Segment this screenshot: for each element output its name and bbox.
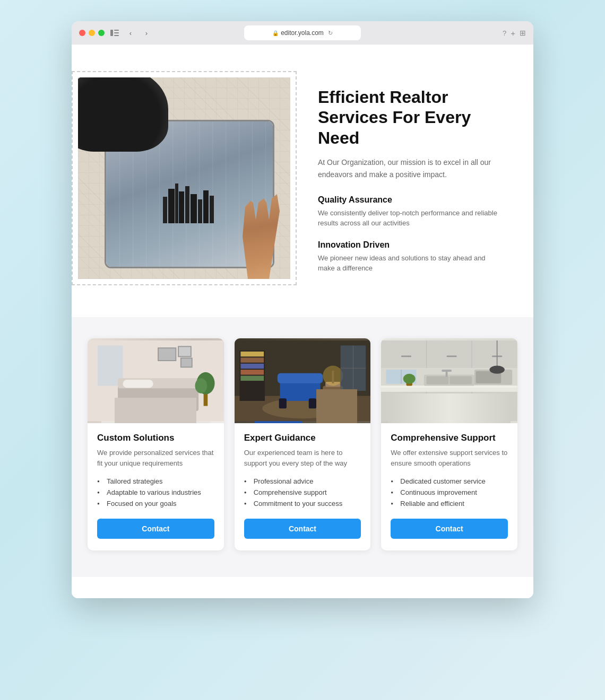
close-button[interactable] <box>79 30 85 36</box>
svg-rect-8 <box>185 186 189 223</box>
hero-subtitle: At Our Organization, our mission is to e… <box>318 156 498 180</box>
list-item: Continuous improvement <box>391 487 508 498</box>
browser-toolbar: ‹ › 🔒 editor.yola.com ↻ ? + ⊞ <box>72 21 533 45</box>
hero-image <box>78 77 290 279</box>
card-body-comprehensive-support: Comprehensive Support We offer extensive… <box>381 423 517 550</box>
forward-button[interactable]: › <box>141 27 152 39</box>
list-item: Tailored strategies <box>97 476 214 487</box>
bottom-spacer <box>72 577 533 598</box>
feature-innovation-desc: We pioneer new ideas and solutions to st… <box>318 253 498 274</box>
svg-rect-4 <box>163 197 167 223</box>
card-body-expert-guidance: Expert Guidance Our experienced team is … <box>235 423 371 550</box>
feature-quality-title: Quality Assurance <box>318 195 507 205</box>
svg-rect-34 <box>277 373 323 383</box>
contact-button-custom-solutions[interactable]: Contact <box>97 519 214 539</box>
svg-rect-21 <box>158 348 176 361</box>
list-item: Focused on your goals <box>97 498 214 509</box>
page-content: Efficient Realtor Services For Every Nee… <box>72 45 533 598</box>
card-list-comprehensive-support: Dedicated customer service Continuous im… <box>391 476 508 509</box>
back-button[interactable]: ‹ <box>125 27 136 39</box>
svg-rect-36 <box>308 398 316 408</box>
feature-quality-desc: We consistently deliver top-notch perfor… <box>318 208 498 229</box>
svg-rect-57 <box>401 405 411 407</box>
svg-rect-17 <box>123 380 153 388</box>
address-bar[interactable]: 🔒 editor.yola.com ↻ <box>244 25 361 40</box>
list-item: Adaptable to various industries <box>97 487 214 498</box>
contact-button-comprehensive-support[interactable]: Contact <box>391 519 508 539</box>
list-item: Comprehensive support <box>244 487 361 498</box>
svg-rect-35 <box>279 398 286 408</box>
card-list-custom-solutions: Tailored strategies Adaptable to various… <box>97 476 214 509</box>
svg-rect-3 <box>114 35 119 36</box>
svg-rect-58 <box>447 405 457 407</box>
add-tab-icon[interactable]: + <box>511 29 515 38</box>
svg-rect-9 <box>191 194 197 223</box>
toolbar-right: ? + ⊞ <box>503 29 526 38</box>
traffic-lights <box>79 30 105 36</box>
svg-rect-62 <box>450 376 472 384</box>
svg-rect-40 <box>332 371 334 383</box>
svg-rect-7 <box>179 191 184 223</box>
minimize-button[interactable] <box>89 30 95 36</box>
sidebar-toggle-button[interactable] <box>109 27 120 39</box>
browser-window: ‹ › 🔒 editor.yola.com ↻ ? + ⊞ <box>72 21 533 598</box>
maximize-button[interactable] <box>98 30 105 36</box>
svg-rect-61 <box>427 376 449 384</box>
card-title-expert-guidance: Expert Guidance <box>244 433 361 443</box>
svg-rect-2 <box>114 32 119 33</box>
svg-rect-53 <box>381 386 517 388</box>
cards-grid: Custom Solutions We provide personalized… <box>88 338 517 550</box>
svg-rect-30 <box>240 364 264 369</box>
svg-point-26 <box>262 398 343 418</box>
card-image-living <box>235 338 371 423</box>
card-title-comprehensive-support: Comprehensive Support <box>391 433 508 443</box>
svg-rect-37 <box>323 386 343 401</box>
svg-rect-64 <box>442 370 452 372</box>
svg-point-20 <box>195 378 207 393</box>
svg-rect-10 <box>198 199 202 223</box>
feature-quality-assurance: Quality Assurance We consistently delive… <box>318 195 507 229</box>
svg-rect-22 <box>178 346 191 356</box>
card-comprehensive-support: Comprehensive Support We offer extensive… <box>381 338 517 550</box>
card-list-expert-guidance: Professional advice Comprehensive suppor… <box>244 476 361 509</box>
hero-text: Efficient Realtor Services For Every Nee… <box>318 71 507 285</box>
list-item: Reliable and efficient <box>391 498 508 509</box>
svg-rect-59 <box>492 405 502 407</box>
svg-rect-11 <box>203 190 209 223</box>
list-item: Professional advice <box>244 476 361 487</box>
refresh-icon[interactable]: ↻ <box>328 30 333 37</box>
card-image-kitchen <box>381 338 517 423</box>
hero-section: Efficient Realtor Services For Every Nee… <box>72 45 533 317</box>
svg-rect-31 <box>240 370 264 375</box>
svg-rect-28 <box>240 352 264 357</box>
svg-rect-29 <box>240 357 264 363</box>
help-icon[interactable]: ? <box>503 29 506 37</box>
city-skyline <box>158 181 221 223</box>
card-desc-custom-solutions: We provide personalized services that fi… <box>97 448 214 468</box>
svg-rect-54 <box>381 392 517 421</box>
svg-rect-5 <box>168 189 175 223</box>
card-desc-expert-guidance: Our experienced team is here to support … <box>244 448 361 468</box>
feature-innovation-driven: Innovation Driven We pioneer new ideas a… <box>318 240 507 274</box>
extensions-icon[interactable]: ⊞ <box>520 29 526 37</box>
svg-rect-12 <box>210 196 214 223</box>
contact-button-expert-guidance[interactable]: Contact <box>244 519 361 539</box>
hero-title: Efficient Realtor Services For Every Nee… <box>318 87 507 148</box>
feature-innovation-title: Innovation Driven <box>318 240 507 250</box>
list-item: Dedicated customer service <box>391 476 508 487</box>
svg-point-70 <box>490 365 505 373</box>
url-text: editor.yola.com <box>281 29 324 37</box>
svg-rect-49 <box>447 355 457 357</box>
svg-point-72 <box>403 374 416 384</box>
card-body-custom-solutions: Custom Solutions We provide personalized… <box>88 423 224 550</box>
card-custom-solutions: Custom Solutions We provide personalized… <box>88 338 224 550</box>
list-item: Commitment to your success <box>244 498 361 509</box>
card-title-custom-solutions: Custom Solutions <box>97 433 214 443</box>
card-desc-comprehensive-support: We offer extensive support services to e… <box>391 448 508 468</box>
svg-rect-23 <box>181 358 192 367</box>
svg-rect-32 <box>240 375 264 381</box>
svg-rect-0 <box>110 30 113 36</box>
hero-image-wrapper <box>72 71 297 285</box>
lock-icon: 🔒 <box>272 30 279 36</box>
svg-rect-48 <box>401 355 411 357</box>
